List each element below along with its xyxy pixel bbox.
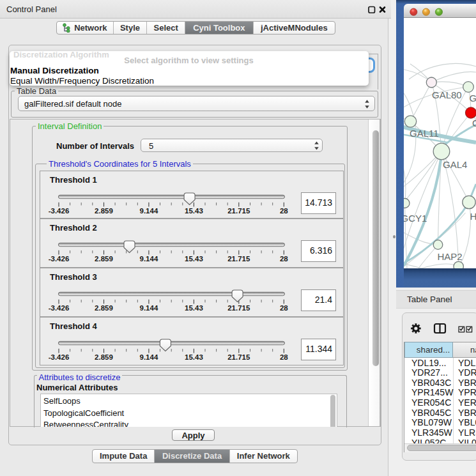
svg-text:21.715: 21.715: [227, 353, 250, 361]
svg-text:2.859: 2.859: [95, 304, 113, 312]
svg-text:9.144: 9.144: [140, 207, 158, 215]
svg-text:28: 28: [280, 353, 288, 361]
svg-text:28: 28: [280, 255, 288, 263]
svg-text:21.715: 21.715: [227, 304, 250, 312]
svg-text:2.859: 2.859: [95, 353, 113, 361]
svg-text:28: 28: [280, 304, 288, 312]
svg-text:-3.426: -3.426: [49, 255, 70, 263]
svg-text:21.715: 21.715: [227, 255, 250, 263]
svg-text:GCY1: GCY1: [404, 213, 427, 224]
svg-text:9.144: 9.144: [140, 304, 158, 312]
svg-text:21.715: 21.715: [227, 207, 250, 215]
svg-text:28: 28: [280, 207, 288, 215]
svg-text:15.43: 15.43: [185, 353, 203, 361]
svg-text:HAP2: HAP2: [438, 251, 463, 262]
svg-text:15.43: 15.43: [185, 207, 203, 215]
svg-text:GAL4: GAL4: [443, 159, 467, 170]
svg-text:C: C: [472, 118, 476, 128]
svg-text:2.859: 2.859: [95, 255, 113, 263]
svg-text:-3.426: -3.426: [49, 353, 70, 361]
svg-text:GAL11: GAL11: [410, 128, 439, 139]
svg-text:-3.426: -3.426: [49, 304, 70, 312]
svg-text:-3.426: -3.426: [49, 207, 70, 215]
svg-text:2.859: 2.859: [95, 207, 113, 215]
svg-text:9.144: 9.144: [140, 353, 158, 361]
svg-text:GAL80: GAL80: [432, 89, 462, 100]
svg-text:15.43: 15.43: [185, 304, 203, 312]
svg-text:9.144: 9.144: [140, 255, 158, 263]
svg-text:H: H: [470, 211, 476, 222]
svg-text:15.43: 15.43: [185, 255, 203, 263]
svg-text:GA: GA: [470, 93, 476, 104]
